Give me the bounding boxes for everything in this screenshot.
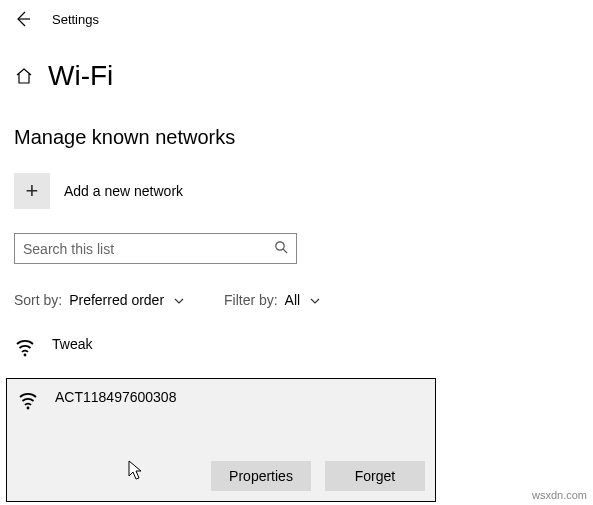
- svg-line-1: [283, 249, 287, 253]
- network-name: Tweak: [52, 334, 92, 362]
- plus-icon: +: [14, 173, 50, 209]
- filters-row: Sort by: Preferred order Filter by: All: [0, 270, 593, 316]
- sort-value: Preferred order: [69, 292, 164, 308]
- sort-label: Sort by:: [14, 292, 62, 308]
- network-item[interactable]: Tweak: [6, 330, 587, 368]
- page-header: Wi-Fi: [0, 34, 593, 100]
- watermark: wsxdn.com: [532, 489, 587, 501]
- home-icon[interactable]: [14, 66, 34, 86]
- wifi-icon: [14, 334, 38, 362]
- filter-value: All: [285, 292, 301, 308]
- add-network-label: Add a new network: [64, 183, 183, 199]
- network-list: Tweak ACT118497600308 Properties Forget: [0, 316, 593, 502]
- properties-button[interactable]: Properties: [211, 461, 311, 491]
- titlebar: Settings: [0, 0, 593, 34]
- search-box[interactable]: [14, 233, 297, 264]
- svg-point-3: [27, 407, 30, 410]
- chevron-down-icon: [174, 292, 184, 308]
- section-heading: Manage known networks: [0, 100, 593, 157]
- sort-by-dropdown[interactable]: Sort by: Preferred order: [14, 292, 184, 308]
- back-icon[interactable]: [14, 10, 32, 28]
- add-network-button[interactable]: + Add a new network: [0, 157, 593, 219]
- svg-point-0: [276, 242, 284, 250]
- network-name: ACT118497600308: [55, 387, 176, 415]
- network-item-selected[interactable]: ACT118497600308 Properties Forget: [6, 378, 436, 502]
- filter-by-dropdown[interactable]: Filter by: All: [224, 292, 320, 308]
- chevron-down-icon: [310, 292, 320, 308]
- page-title: Wi-Fi: [48, 60, 113, 92]
- search-input[interactable]: [15, 241, 266, 257]
- search-container: [0, 219, 593, 270]
- forget-button[interactable]: Forget: [325, 461, 425, 491]
- search-icon[interactable]: [266, 240, 296, 257]
- svg-point-2: [24, 354, 27, 357]
- filter-label: Filter by:: [224, 292, 278, 308]
- wifi-icon: [17, 387, 41, 415]
- network-actions: Properties Forget: [17, 429, 425, 491]
- titlebar-title: Settings: [52, 12, 99, 27]
